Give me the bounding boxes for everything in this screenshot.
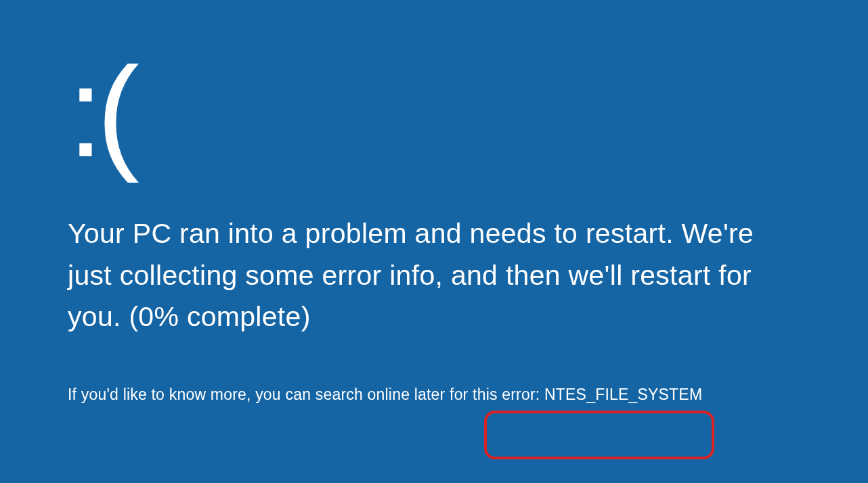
footer-prefix-text: If you'd like to know more, you can sear…	[68, 386, 544, 403]
error-footer: If you'd like to know more, you can sear…	[68, 386, 800, 404]
error-code-text: NTES_FILE_SYSTEM	[544, 386, 702, 403]
error-code-highlight-annotation	[484, 411, 714, 459]
error-main-message: Your PC ran into a problem and needs to …	[68, 213, 800, 338]
sad-face-emoticon: :(	[68, 47, 800, 176]
bsod-screen: :( Your PC ran into a problem and needs …	[0, 0, 868, 404]
